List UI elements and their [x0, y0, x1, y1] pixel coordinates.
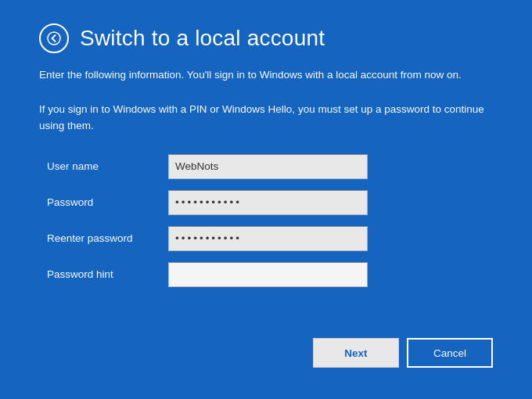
hint-label: Password hint	[47, 268, 168, 280]
page-container: Switch to a local account Enter the foll…	[0, 0, 532, 399]
description-line1: Enter the following information. You'll …	[39, 67, 493, 83]
hint-input[interactable]	[168, 262, 368, 287]
username-input[interactable]	[168, 154, 368, 179]
next-button[interactable]: Next	[313, 338, 399, 368]
button-area: Next Cancel	[39, 338, 493, 376]
password-row: Password	[47, 190, 493, 215]
password-input[interactable]	[168, 190, 368, 215]
password-label: Password	[47, 196, 168, 208]
hint-row: Password hint	[47, 262, 493, 287]
svg-point-0	[48, 32, 60, 45]
cancel-button[interactable]: Cancel	[407, 338, 493, 368]
reenter-input[interactable]	[168, 226, 368, 251]
username-row: User name	[47, 154, 493, 179]
reenter-label: Reenter password	[47, 232, 168, 244]
back-button[interactable]	[39, 23, 69, 53]
header: Switch to a local account	[39, 23, 493, 53]
form-area: User name Password Reenter password Pass…	[47, 154, 493, 298]
username-label: User name	[47, 160, 168, 172]
description-line2: If you sign in to Windows with a PIN or …	[39, 102, 493, 134]
page-title: Switch to a local account	[80, 26, 325, 51]
reenter-row: Reenter password	[47, 226, 493, 251]
